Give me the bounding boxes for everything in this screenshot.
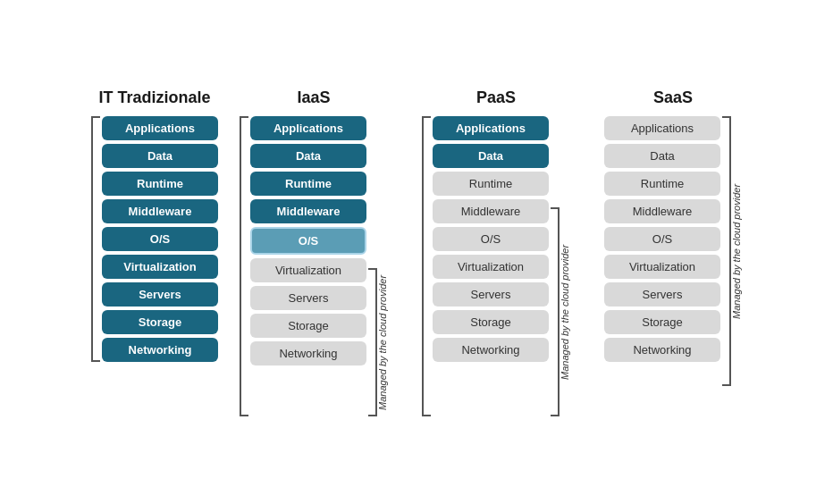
- paas-virtualization: Virtualization: [433, 255, 549, 279]
- diagram: IT Tradizionale Applications Data Runtim…: [75, 71, 758, 434]
- iaas-applications: Applications: [250, 116, 366, 140]
- saas-os: O/S: [604, 227, 720, 251]
- col-title-iaas: IaaS: [297, 88, 330, 107]
- iaas-managed-label: Managed by the cloud provider: [377, 268, 388, 416]
- paas-runtime: Runtime: [433, 172, 549, 196]
- stack-paas: Applications Data Runtime Middleware O/S…: [433, 116, 549, 416]
- paas-os: O/S: [433, 227, 549, 251]
- iaas-virtualization: Virtualization: [250, 258, 366, 282]
- saas-managed-label: Managed by the cloud provider: [731, 116, 742, 386]
- paas-storage: Storage: [433, 310, 549, 334]
- iaas-storage: Storage: [250, 314, 366, 338]
- it-runtime: Runtime: [102, 172, 218, 196]
- it-applications: Applications: [102, 116, 218, 140]
- iaas-os: O/S: [250, 227, 366, 255]
- col-title-paas: PaaS: [476, 88, 516, 107]
- column-saas: SaaS Applications Data Runtime Middlewar…: [604, 88, 742, 386]
- it-data: Data: [102, 144, 218, 168]
- iaas-servers: Servers: [250, 286, 366, 310]
- column-paas: PaaS Applications Data Runtime Middlewar…: [422, 88, 570, 416]
- it-middleware: Middleware: [102, 199, 218, 223]
- saas-servers: Servers: [604, 282, 720, 307]
- saas-runtime: Runtime: [604, 172, 720, 196]
- iaas-middleware: Middleware: [250, 199, 366, 223]
- it-networking: Networking: [102, 338, 218, 362]
- paas-applications: Applications: [433, 116, 549, 140]
- saas-middleware: Middleware: [604, 199, 720, 223]
- stack-it: Applications Data Runtime Middleware O/S…: [102, 116, 218, 362]
- iaas-runtime: Runtime: [250, 172, 366, 196]
- saas-networking: Networking: [604, 338, 720, 362]
- saas-virtualization: Virtualization: [604, 255, 720, 279]
- column-iaas: IaaS Applications Data Runtime Middlewar…: [240, 88, 388, 416]
- paas-data: Data: [433, 144, 549, 168]
- col-title-saas: SaaS: [653, 88, 693, 107]
- paas-middleware: Middleware: [433, 199, 549, 223]
- stack-iaas: Applications Data Runtime Middleware O/S…: [250, 116, 366, 416]
- saas-applications: Applications: [604, 116, 720, 140]
- iaas-data: Data: [250, 144, 366, 168]
- saas-storage: Storage: [604, 310, 720, 334]
- it-virtualization: Virtualization: [102, 255, 218, 279]
- paas-managed-label: Managed by the cloud provider: [560, 207, 570, 416]
- column-it-tradizionale: IT Tradizionale Applications Data Runtim…: [91, 88, 218, 362]
- it-storage: Storage: [102, 310, 218, 334]
- saas-data: Data: [604, 144, 720, 168]
- paas-networking: Networking: [433, 338, 549, 362]
- iaas-networking: Networking: [250, 341, 366, 365]
- it-servers: Servers: [102, 282, 218, 307]
- paas-servers: Servers: [433, 282, 549, 307]
- stack-saas: Applications Data Runtime Middleware O/S…: [604, 116, 720, 386]
- col-title-it: IT Tradizionale: [98, 88, 210, 107]
- it-os: O/S: [102, 227, 218, 251]
